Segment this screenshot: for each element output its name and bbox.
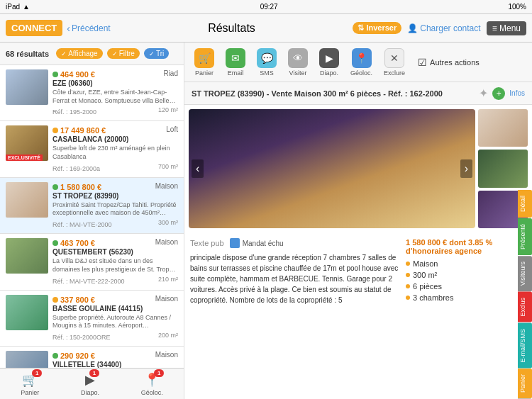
side-tab-presente[interactable]: Présenté — [518, 218, 532, 255]
result-price-5: 337 800 € — [52, 296, 95, 304]
infos-button[interactable]: Infos — [509, 89, 525, 97]
star-button[interactable]: ✦ — [479, 86, 488, 100]
geoloc-tab[interactable]: 📍 1 Géoloc. — [141, 372, 163, 396]
spec-bullet-icon — [406, 273, 410, 277]
panier-action-icon: 🛒 — [194, 48, 214, 68]
side-tab-exclus[interactable]: Exclus — [518, 292, 532, 322]
tri-filter[interactable]: ✓ Tri — [144, 48, 169, 59]
result-city-4: QUESTEMBERT (56230) — [52, 248, 178, 256]
action-toolbar: 🛒 Panier ✉ Email 💬 SMS 👁 Visiter ▶ Diapo… — [184, 43, 532, 82]
spec-rooms: 6 pièces — [406, 282, 526, 291]
exclusivite-badge: EXCLUSIVITÉ — [6, 154, 43, 161]
pub-title: Texte pub — [190, 239, 224, 247]
result-price-row-6: 290 920 € Maison — [52, 351, 178, 361]
battery-label: 100% — [508, 3, 526, 11]
results-list: 464 900 € Riad EZE (06360) Côte d'azur, … — [0, 65, 184, 368]
result-ref-5: Réf. : 150-2000ORE — [52, 334, 111, 341]
thumbnail-1[interactable] — [478, 109, 528, 147]
diapo-label: Diapo. — [81, 389, 99, 396]
photo-gallery: ‹ › — [184, 105, 532, 232]
spec-bedrooms: 3 chambres — [406, 293, 526, 302]
result-dot-4 — [52, 240, 58, 246]
result-item-1[interactable]: 464 900 € Riad EZE (06360) Côte d'azur, … — [0, 65, 184, 121]
panier-action-button[interactable]: 🛒 Panier — [190, 45, 218, 79]
autres-actions-button[interactable]: ☑ Autres actions — [418, 57, 480, 68]
filter-bar: 68 résultats ✓ Affichage ✓ Filtre ✓ Tri — [0, 43, 184, 65]
result-dot-5 — [52, 297, 58, 303]
sms-action-button[interactable]: 💬 SMS — [253, 45, 281, 79]
add-button[interactable]: + — [492, 87, 505, 100]
result-city-3: ST TROPEZ (83990) — [52, 192, 178, 200]
result-price-6: 290 920 € — [52, 352, 95, 360]
result-dot-6 — [52, 353, 58, 359]
result-ref-3: Réf. : MAI-VTE-2000 — [52, 221, 112, 228]
side-tab-visiteurs[interactable]: Visiteurs — [518, 256, 532, 291]
content-area: ‹ › Texte pub — [184, 105, 532, 399]
diapo-action-button[interactable]: ▶ Diapo. — [315, 45, 343, 79]
page-title: Résultats — [208, 22, 255, 35]
affichage-filter[interactable]: ✓ Affichage — [56, 48, 103, 59]
result-price-row-2: 17 449 860 € Loft — [52, 125, 178, 135]
spec-rooms-label: 6 pièces — [413, 282, 442, 291]
side-tab-email-sms[interactable]: E-mail/SMS — [518, 323, 532, 369]
time-label: 09:27 — [260, 3, 278, 11]
right-panel: 🛒 Panier ✉ Email 💬 SMS 👁 Visiter ▶ Diapo… — [184, 43, 532, 399]
spec-bullet-icon — [406, 284, 410, 288]
result-type-5: Maison — [155, 295, 178, 303]
result-desc-5: Superbe propriété. Autoroute A8 Cannes /… — [52, 314, 178, 330]
result-thumb-5 — [6, 295, 48, 330]
main-photo: ‹ › — [189, 109, 475, 228]
result-info-4: 463 700 € Maison QUESTEMBERT (56230) La … — [52, 238, 178, 285]
email-action-button[interactable]: ✉ Email — [221, 45, 250, 79]
result-price-row-3: 1 580 800 € Maison — [52, 182, 178, 192]
panier-tab[interactable]: 🛒 1 Panier — [21, 372, 39, 396]
result-item-4[interactable]: 463 700 € Maison QUESTEMBERT (56230) La … — [0, 234, 184, 290]
person-icon: 👤 — [407, 23, 418, 33]
back-chevron-icon: ‹ — [67, 23, 70, 34]
thumbnail-2[interactable] — [478, 150, 528, 187]
email-action-label: Email — [228, 69, 244, 77]
visiter-action-button[interactable]: 👁 Visiter — [284, 45, 312, 79]
charger-contact-button[interactable]: 👤 Charger contact — [407, 23, 480, 33]
photo-prev-button[interactable]: ‹ — [192, 159, 204, 178]
result-item-6[interactable]: 290 920 € Maison VILLETELLE (34400) A VE… — [0, 347, 184, 368]
photo-next-button[interactable]: › — [460, 159, 472, 178]
diapo-badge: 1 — [89, 369, 99, 377]
diapo-action-icon: ▶ — [319, 48, 339, 68]
diapo-tab[interactable]: ▶ 1 Diapo. — [81, 372, 99, 396]
autres-actions-label: Autres actions — [430, 58, 480, 67]
exclure-action-icon: ✕ — [384, 48, 404, 68]
result-item-2[interactable]: EXCLUSIVITÉ 17 449 860 € Loft CASABLANCA… — [0, 121, 184, 177]
result-thumb-image-3 — [6, 182, 48, 218]
geoloc-action-button[interactable]: 📍 Géoloc. — [346, 45, 377, 79]
status-bar: iPad ▲ 09:27 100% — [0, 0, 532, 14]
side-tab-panier[interactable]: Panier — [518, 369, 532, 398]
spec-bullet-icon — [406, 262, 410, 266]
result-type-4: Maison — [155, 238, 178, 246]
result-type-6: Maison — [155, 351, 178, 359]
result-price-2: 17 449 860 € — [52, 126, 106, 135]
left-panel: 68 résultats ✓ Affichage ✓ Filtre ✓ Tri — [0, 43, 184, 399]
detail-content: ‹ › Texte pub — [184, 105, 532, 399]
detail-title: ST TROPEZ (83990) - Vente Maison 300 m² … — [192, 89, 473, 98]
result-item-5[interactable]: 337 800 € Maison BASSE GOULAINE (44115) … — [0, 291, 184, 347]
result-item-3[interactable]: 1 580 800 € Maison ST TROPEZ (83990) Pro… — [0, 178, 184, 234]
result-area-4: 210 m² — [158, 276, 178, 283]
inverser-badge[interactable]: ⇅ Inverser — [353, 22, 401, 34]
filtre-filter[interactable]: ✓ Filtre — [107, 48, 140, 59]
result-dot-1 — [52, 72, 58, 77]
result-thumb-image-4 — [6, 238, 48, 274]
result-ref-row-5: Réf. : 150-2000ORE 200 m² — [52, 332, 178, 342]
exclure-action-button[interactable]: ✕ Exclure — [379, 45, 409, 79]
back-button[interactable]: ‹ Précédent — [67, 23, 110, 34]
detail-actions: ✦ + Infos — [479, 86, 525, 100]
main-layout: 68 résultats ✓ Affichage ✓ Filtre ✓ Tri — [0, 43, 532, 399]
side-tab-detail[interactable]: Détail — [518, 190, 532, 218]
result-ref-row-2: Réf. : 169-2000a 700 m² — [52, 163, 178, 173]
result-price-row-4: 463 700 € Maison — [52, 238, 178, 248]
menu-button[interactable]: ≡ Menu — [487, 21, 526, 35]
visiter-action-label: Visiter — [289, 69, 307, 77]
result-thumb-image-5 — [6, 295, 48, 330]
result-ref-4: Réf. : MAI-VTE-222-2000 — [52, 278, 125, 285]
spec-type: Maison — [406, 259, 526, 268]
